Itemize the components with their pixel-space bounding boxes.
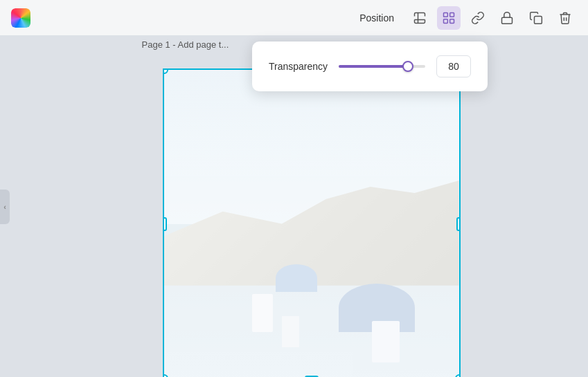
slider-fill xyxy=(339,65,408,68)
image-content xyxy=(164,70,459,378)
transparency-popup: Transparency xyxy=(252,42,488,91)
svg-rect-3 xyxy=(450,19,454,23)
slider-thumb[interactable] xyxy=(402,61,413,72)
handle-left[interactable] xyxy=(163,217,167,231)
page-canvas xyxy=(163,68,461,378)
building-1 xyxy=(252,294,273,332)
toolbar: Position xyxy=(0,0,588,36)
svg-rect-0 xyxy=(444,12,448,17)
grid-icon-button[interactable] xyxy=(437,6,461,30)
delete-icon-button[interactable] xyxy=(553,6,577,30)
dome-1 xyxy=(276,264,317,292)
lock-icon-button[interactable] xyxy=(495,6,519,30)
transparency-label: Transparency xyxy=(269,61,328,72)
format-icon-button[interactable] xyxy=(408,6,431,30)
slider-track xyxy=(339,65,425,68)
transparency-value-input[interactable] xyxy=(436,55,471,77)
left-panel-toggle[interactable]: ‹ xyxy=(0,190,10,224)
svg-rect-1 xyxy=(450,12,454,17)
svg-rect-4 xyxy=(502,17,513,24)
position-button[interactable]: Position xyxy=(351,8,402,28)
svg-rect-2 xyxy=(444,19,448,23)
building-2 xyxy=(282,316,299,347)
building-3 xyxy=(372,321,400,362)
transparency-slider-container[interactable] xyxy=(339,59,425,73)
selected-image[interactable] xyxy=(163,68,461,378)
handle-right[interactable] xyxy=(456,217,461,231)
app-logo[interactable] xyxy=(11,8,30,28)
copy-icon-button[interactable] xyxy=(524,6,548,30)
svg-rect-5 xyxy=(535,16,542,24)
link-icon-button[interactable] xyxy=(466,6,490,30)
page-label: Page 1 - Add page t... xyxy=(142,39,229,50)
